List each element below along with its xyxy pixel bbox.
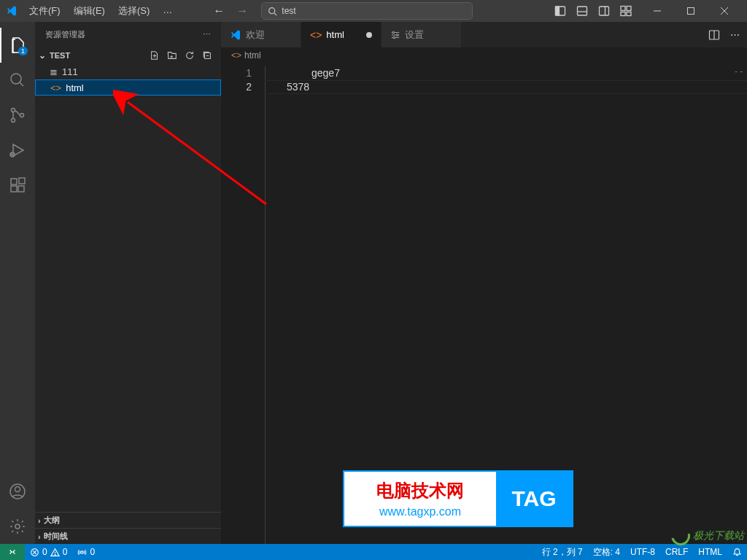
status-language[interactable]: HTML <box>693 544 727 560</box>
sidebar-bottom: › 大纲 › 时间线 <box>35 512 221 544</box>
outline-section[interactable]: › 大纲 <box>35 512 221 528</box>
svg-point-34 <box>396 34 398 36</box>
status-cursor[interactable]: 行 2，列 7 <box>537 544 588 560</box>
sidebar-more-icon[interactable]: ⋯ <box>203 30 211 39</box>
toggle-secondary-sidebar-icon[interactable] <box>598 5 610 17</box>
tab-bar: 欢迎 <> html 设置 ⋯ <box>221 22 747 47</box>
nav-forward-icon[interactable]: → <box>236 4 248 18</box>
menu-more[interactable]: … <box>157 1 178 20</box>
tab-welcome[interactable]: 欢迎 <box>221 22 301 47</box>
svg-point-28 <box>15 524 20 529</box>
activity-search[interactable] <box>0 63 35 98</box>
tree-item-html[interactable]: <> html <box>35 79 221 96</box>
tree-item-label: html <box>66 82 84 93</box>
main-area: 1 资源管理器 ⋯ ⌄ TEST <box>0 22 747 544</box>
svg-point-20 <box>20 114 24 117</box>
svg-point-27 <box>15 487 20 492</box>
activity-bar: 1 <box>0 22 35 544</box>
svg-rect-23 <box>11 186 17 192</box>
new-file-icon[interactable] <box>150 50 160 61</box>
activity-accounts[interactable] <box>0 474 35 509</box>
activity-explorer[interactable]: 1 <box>0 28 35 63</box>
toggle-panel-icon[interactable] <box>576 5 588 17</box>
watermark-line1: 电脑技术网 <box>376 479 464 502</box>
html-file-icon: <> <box>310 29 322 41</box>
activity-settings[interactable] <box>0 509 35 544</box>
status-bar: 0 0 0 行 2，列 7 空格: 4 UTF-8 CRLF HTML <box>0 544 747 560</box>
svg-rect-11 <box>627 12 631 16</box>
split-editor-icon[interactable] <box>708 29 720 41</box>
vscode-logo-icon <box>6 5 18 17</box>
code-line: 5378 <box>287 80 747 94</box>
refresh-icon[interactable] <box>185 50 195 61</box>
status-encoding[interactable]: UTF-8 <box>625 544 660 560</box>
tab-settings[interactable]: 设置 <box>382 22 462 47</box>
editor-area: 欢迎 <> html 设置 ⋯ <> html 1 <box>221 22 747 544</box>
section-actions <box>150 50 218 61</box>
window-close-button[interactable] <box>708 0 741 22</box>
status-ports[interactable]: 0 <box>72 544 100 560</box>
tab-more-icon[interactable]: ⋯ <box>730 29 740 40</box>
status-eol[interactable]: CRLF <box>660 544 693 560</box>
search-value: test <box>282 6 295 16</box>
svg-point-42 <box>55 554 55 555</box>
file-icon: ≣ <box>50 66 58 77</box>
breadcrumb-label: html <box>244 50 261 61</box>
collapse-all-icon[interactable] <box>202 50 212 61</box>
toggle-primary-sidebar-icon[interactable] <box>554 5 566 17</box>
timeline-label: 时间线 <box>44 531 68 542</box>
activity-run-debug[interactable] <box>0 133 35 168</box>
chevron-right-icon: › <box>38 516 41 525</box>
menu-edit[interactable]: 编辑(E) <box>68 1 111 20</box>
nav-back-icon[interactable]: ← <box>213 4 225 18</box>
svg-rect-22 <box>11 179 17 184</box>
breadcrumb[interactable]: <> html <box>221 47 747 63</box>
swirl-icon <box>667 523 694 549</box>
window-maximize-button[interactable] <box>674 0 708 22</box>
command-center-search[interactable]: test <box>261 2 473 20</box>
outline-label: 大纲 <box>44 515 60 526</box>
menu-bar: 文件(F) 编辑(E) 选择(S) … <box>23 1 178 20</box>
menu-file[interactable]: 文件(F) <box>23 1 66 20</box>
tab-label: html <box>326 29 344 40</box>
folder-section-header[interactable]: ⌄ TEST <box>35 47 221 63</box>
new-folder-icon[interactable] <box>167 50 177 61</box>
vscode-logo-icon <box>230 29 241 41</box>
status-problems[interactable]: 0 0 <box>25 544 72 560</box>
svg-rect-6 <box>600 7 609 15</box>
search-icon <box>268 7 277 16</box>
tab-label: 欢迎 <box>246 28 265 42</box>
sidebar-explorer: 资源管理器 ⋯ ⌄ TEST ≣ 111 <> html <box>35 22 221 544</box>
activity-extensions[interactable] <box>0 168 35 203</box>
sidebar-header: 资源管理器 ⋯ <box>35 22 221 47</box>
customize-layout-icon[interactable] <box>620 5 632 17</box>
explorer-badge: 1 <box>18 47 28 55</box>
window-minimize-button[interactable] <box>640 0 674 22</box>
svg-line-1 <box>274 12 276 15</box>
status-indent[interactable]: 空格: 4 <box>588 544 625 560</box>
nav-arrows: ← → <box>213 4 248 18</box>
tree-item-label: 111 <box>62 66 78 77</box>
html-file-icon: <> <box>50 82 61 93</box>
activity-source-control[interactable] <box>0 98 35 133</box>
timeline-section[interactable]: › 时间线 <box>35 528 221 544</box>
window-controls <box>640 0 741 22</box>
html-file-icon: <> <box>231 50 241 61</box>
svg-rect-4 <box>578 7 587 15</box>
tree-item-111[interactable]: ≣ 111 <box>35 63 221 79</box>
svg-rect-3 <box>556 7 560 15</box>
status-notifications-icon[interactable] <box>727 544 747 560</box>
svg-point-16 <box>11 74 21 84</box>
tab-html[interactable]: <> html <box>301 22 382 47</box>
sidebar-title: 资源管理器 <box>45 29 85 40</box>
watermark2-text: 极光下载站 <box>693 529 744 542</box>
watermark-tag: TAG <box>496 472 572 526</box>
file-tree: ≣ 111 <> html <box>35 63 221 512</box>
watermark-jiguang: 极光下载站 <box>671 526 744 545</box>
menu-selection[interactable]: 选择(S) <box>112 1 155 20</box>
dirty-indicator-icon <box>366 32 372 38</box>
watermark-line2: www.tagxp.com <box>379 505 461 518</box>
ports-count: 0 <box>90 547 95 557</box>
svg-rect-8 <box>621 7 625 11</box>
remote-indicator[interactable] <box>0 544 25 560</box>
